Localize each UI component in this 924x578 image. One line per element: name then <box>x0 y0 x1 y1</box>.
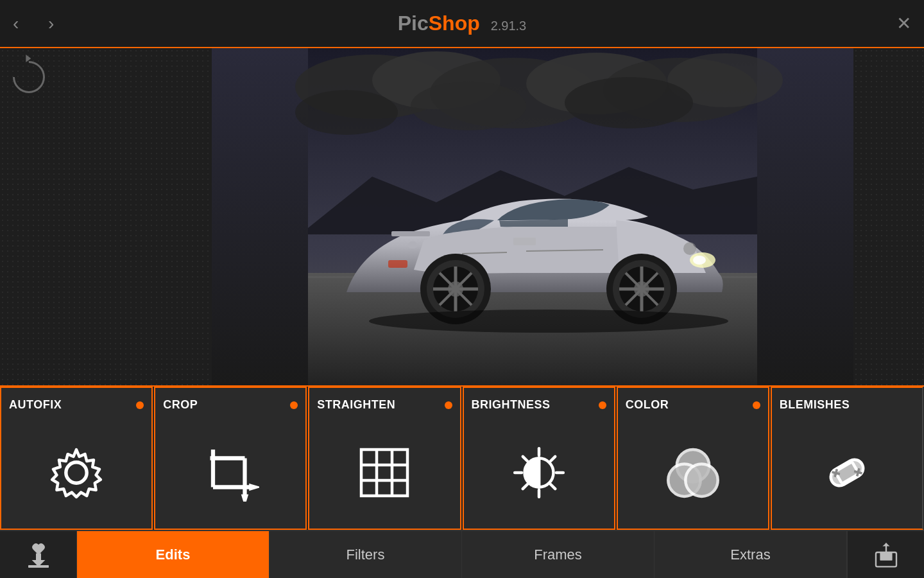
app-header: ‹ › PicShop 2.91.3 ✕ <box>0 0 924 48</box>
tool-color-header: COLOR <box>618 398 768 412</box>
tools-row: AUTOFIX CROP <box>0 385 924 530</box>
svg-point-60 <box>685 464 717 496</box>
title-pic: Pic <box>398 12 429 35</box>
svg-line-57 <box>522 484 527 489</box>
svg-rect-45 <box>361 450 407 496</box>
main-area <box>0 48 924 385</box>
image-container <box>212 48 853 385</box>
tool-brightness-label: BRIGHTNESS <box>472 398 551 412</box>
tool-brightness-header: BRIGHTNESS <box>464 398 614 412</box>
svg-rect-33 <box>388 260 407 268</box>
svg-point-7 <box>295 90 398 135</box>
tool-crop-icon-area <box>155 417 305 529</box>
export-icon <box>873 542 899 568</box>
brightness-icon <box>510 444 568 502</box>
tool-crop[interactable]: CROP <box>154 387 307 530</box>
tool-blemishes[interactable]: BLEMISHES <box>771 387 923 530</box>
tool-color-icon-area <box>618 417 768 529</box>
svg-point-35 <box>369 310 728 333</box>
save-button[interactable] <box>0 531 77 578</box>
svg-point-36 <box>683 242 696 255</box>
tab-extras[interactable]: Extras <box>654 531 847 578</box>
tool-blemishes-label: BLEMISHES <box>780 398 850 412</box>
app-title-container: PicShop 2.91.3 <box>398 12 527 35</box>
nav-prev-button[interactable]: ‹ <box>13 15 19 33</box>
tab-frames-label: Frames <box>534 547 582 563</box>
left-panel <box>0 48 212 385</box>
svg-marker-43 <box>251 486 257 489</box>
gear-icon <box>47 444 105 502</box>
tool-straighten-dot <box>445 401 452 409</box>
tool-straighten[interactable]: STRAIGHTEN <box>308 387 461 530</box>
svg-point-32 <box>693 256 706 265</box>
app-title: PicShop <box>398 12 486 35</box>
tab-frames[interactable]: Frames <box>462 531 654 578</box>
right-panel <box>853 48 924 385</box>
tool-brightness-dot <box>599 401 606 409</box>
svg-rect-67 <box>36 553 41 561</box>
tool-blemishes-icon-area <box>772 417 922 529</box>
tab-edits-label: Edits <box>156 547 191 563</box>
title-shop: Shop <box>429 12 480 35</box>
tool-brightness-icon-area <box>464 417 614 529</box>
tool-color-label: COLOR <box>626 398 669 412</box>
tab-filters-label: Filters <box>346 547 385 563</box>
grid-icon <box>355 444 413 502</box>
tool-color[interactable]: COLOR <box>617 387 769 530</box>
tab-extras-label: Extras <box>730 547 770 563</box>
tool-brightness[interactable]: BRIGHTNESS <box>463 387 615 530</box>
svg-line-55 <box>551 484 555 489</box>
svg-point-8 <box>411 82 526 130</box>
svg-marker-44 <box>243 496 246 502</box>
svg-line-56 <box>551 457 555 461</box>
tool-autofix-dot <box>136 401 144 409</box>
tool-autofix-header: AUTOFIX <box>1 398 151 412</box>
tool-crop-header: CROP <box>155 398 305 412</box>
svg-rect-34 <box>513 238 536 245</box>
tool-straighten-label: STRAIGHTEN <box>317 398 395 412</box>
crop-icon <box>201 444 259 502</box>
tool-crop-dot <box>290 401 298 409</box>
svg-rect-71 <box>880 552 892 561</box>
tool-straighten-icon-area <box>309 417 459 529</box>
blemishes-icon <box>818 444 876 502</box>
tool-autofix-label: AUTOFIX <box>9 398 62 412</box>
car-image <box>212 48 853 385</box>
tool-blemishes-header: BLEMISHES <box>772 398 922 412</box>
save-icon <box>26 542 51 568</box>
svg-line-54 <box>522 457 527 461</box>
nav-next-button[interactable]: › <box>48 15 54 33</box>
car-scene <box>212 48 853 385</box>
close-button[interactable]: ✕ <box>896 13 911 34</box>
refresh-icon[interactable] <box>6 55 52 100</box>
tool-autofix[interactable]: AUTOFIX <box>0 387 153 530</box>
export-button[interactable] <box>847 531 924 578</box>
tool-straighten-header: STRAIGHTEN <box>309 398 459 412</box>
tool-autofix-icon-area <box>1 417 151 529</box>
app-version: 2.91.3 <box>491 19 527 33</box>
color-icon <box>664 444 722 502</box>
tool-crop-label: CROP <box>163 398 198 412</box>
tab-edits[interactable]: Edits <box>77 531 270 578</box>
tab-filters[interactable]: Filters <box>270 531 462 578</box>
svg-rect-69 <box>28 565 49 568</box>
svg-rect-37 <box>391 231 430 236</box>
tool-color-dot <box>753 401 760 409</box>
bottom-nav: Edits Filters Frames Extras <box>0 530 924 578</box>
svg-point-38 <box>66 462 87 483</box>
svg-point-9 <box>565 77 693 128</box>
